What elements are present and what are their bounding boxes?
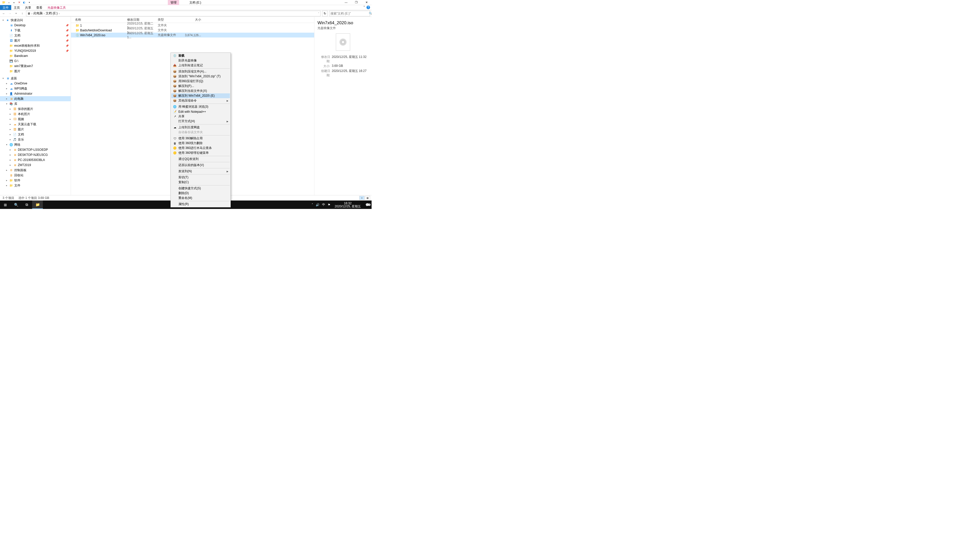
start-button[interactable]: ⊞ xyxy=(0,200,11,209)
menu-item[interactable]: 📤上传到有道云笔记 xyxy=(171,63,230,68)
file-row[interactable]: 📁12020/12/15, 星期二 1...文件夹 xyxy=(71,23,314,28)
expand-icon[interactable]: ▾ xyxy=(6,143,9,146)
crumb-current[interactable]: 文档 (E:) xyxy=(46,11,58,16)
address-bar[interactable]: 🖥 › 此电脑 › 文档 (E:) › ˅ xyxy=(26,11,321,16)
expand-icon[interactable]: ▸ xyxy=(10,159,13,161)
expand-icon[interactable]: ▸ xyxy=(10,118,13,121)
expand-icon[interactable]: ▸ xyxy=(6,92,9,95)
tree-item[interactable]: ▸👤Administrator xyxy=(0,91,71,96)
expand-icon[interactable]: ▸ xyxy=(6,184,9,187)
menu-item[interactable]: 剪切(T) xyxy=(171,175,230,180)
menu-item[interactable]: 复制(C) xyxy=(171,180,230,185)
expand-icon[interactable]: ▸ xyxy=(10,164,13,166)
search-icon[interactable]: 🔍 xyxy=(369,12,372,15)
tree-item[interactable]: ▸🖥DESKTOP-NJEU3CG xyxy=(0,152,71,157)
menu-item[interactable]: ↗共享 xyxy=(171,114,230,119)
menu-item[interactable]: 🌐用 蜂蜜浏览器 浏览(3) xyxy=(171,104,230,109)
menu-item[interactable]: 📦解压到当前文件夹(X) xyxy=(171,89,230,94)
col-size[interactable]: 大小 xyxy=(183,17,204,22)
expand-icon[interactable]: ▾ xyxy=(3,77,6,79)
tree-item[interactable]: 📁excel表格制作求和📌 xyxy=(0,43,71,48)
search-button[interactable]: 🔍 xyxy=(11,200,21,209)
action-center-icon[interactable]: 💬3 xyxy=(363,203,372,206)
col-type[interactable]: 类型 xyxy=(158,17,183,22)
menu-item[interactable]: 删除(D) xyxy=(171,191,230,196)
contextual-tab[interactable]: 管理 xyxy=(168,0,179,5)
tree-item[interactable]: ▸🖼本机照片 xyxy=(0,111,71,117)
tree-item[interactable]: 📁win7重装win7 xyxy=(0,64,71,68)
ime-indicator[interactable]: 中 xyxy=(322,203,325,207)
tree-item[interactable]: ▸⚙控制面板 xyxy=(0,168,71,173)
menu-item[interactable]: 🗑使用 360强力删除 xyxy=(171,141,230,146)
expand-icon[interactable]: ▸ xyxy=(6,169,9,171)
expand-icon[interactable]: ▸ xyxy=(10,148,13,151)
property-icon[interactable]: ◐ xyxy=(22,1,26,4)
menu-item[interactable]: 📦解压到(F)... xyxy=(171,84,230,89)
maximize-button[interactable]: ❐ xyxy=(351,0,361,5)
explorer-taskbar-icon[interactable]: 📁 xyxy=(32,200,43,209)
tab-home[interactable]: 主页 xyxy=(11,5,22,10)
expand-icon[interactable]: ▸ xyxy=(10,123,13,125)
tree-item[interactable]: ▸📁文件 xyxy=(0,183,71,188)
menu-item[interactable]: 📦用360压缩打开(Q) xyxy=(171,79,230,84)
tab-view[interactable]: 查看 xyxy=(34,5,45,10)
tree-item[interactable]: ▸🖼保存的图片 xyxy=(0,106,71,111)
clock[interactable]: 16:32 2020/12/25, 星期五 xyxy=(332,202,363,208)
expand-icon[interactable]: ▸ xyxy=(6,87,9,90)
tree-item[interactable]: ▸🖼图片 xyxy=(0,127,71,132)
file-row[interactable]: 💿Win7x64_2020.iso2020/12/25, 星期五 1...光盘映… xyxy=(71,33,314,38)
menu-item[interactable]: 💿装载 xyxy=(171,53,230,58)
search-box[interactable]: 🔍 xyxy=(329,11,370,16)
expand-icon[interactable]: ▸ xyxy=(10,113,13,115)
tree-item[interactable]: ▸🎵音乐 xyxy=(0,137,71,142)
col-name[interactable]: 名称 xyxy=(71,17,127,22)
tray-icon[interactable]: ⚑ xyxy=(328,203,331,206)
menu-item[interactable]: 发送到(N)▶ xyxy=(171,169,230,174)
menu-item[interactable]: ☁上传到百度网盘 xyxy=(171,125,230,130)
qat-item[interactable]: ▪ xyxy=(12,1,16,4)
expand-icon[interactable]: ▸ xyxy=(10,128,13,130)
tree-item[interactable]: ▾🌐网络 xyxy=(0,142,71,147)
tree-item[interactable]: ▾📚库 xyxy=(0,101,71,106)
tree-item[interactable]: ▸🎞视频 xyxy=(0,117,71,122)
expand-icon[interactable]: ▸ xyxy=(6,179,9,182)
tree-item[interactable]: ▸🖥此电脑 xyxy=(0,96,71,101)
forward-button[interactable]: → xyxy=(8,12,12,15)
menu-item[interactable]: 📦解压到 Win7x64_2020\ (E) xyxy=(171,94,230,98)
chevron-right-icon[interactable]: › xyxy=(32,12,32,15)
icons-view-button[interactable]: ▦ xyxy=(365,196,370,200)
tree-item[interactable]: ▸☁天翼云盘下载 xyxy=(0,122,71,127)
address-dropdown-icon[interactable]: ˅ xyxy=(318,12,319,15)
menu-item[interactable]: 🛡使用 360解除占用 xyxy=(171,136,230,141)
tree-item[interactable]: 📁图片 xyxy=(0,68,71,74)
tab-file[interactable]: 文件 xyxy=(0,5,11,10)
tab-share[interactable]: 共享 xyxy=(22,5,34,10)
menu-item[interactable]: 刻录光盘映像 xyxy=(171,58,230,63)
expand-icon[interactable]: ▸ xyxy=(10,108,13,110)
tree-item[interactable]: ▸🖥PC-20190530OBLA xyxy=(0,157,71,162)
expand-icon[interactable]: ▸ xyxy=(6,82,9,85)
close-icon[interactable]: ✕ xyxy=(18,1,21,4)
menu-item[interactable]: 创建快捷方式(S) xyxy=(171,186,230,191)
navigation-tree[interactable]: ▾★快速访问🖥Desktop📌⬇下载📌📄文档📌🖼图片📌📁excel表格制作求和📌… xyxy=(0,17,71,195)
tree-item[interactable]: ▸☁OneDrive xyxy=(0,81,71,86)
menu-item[interactable]: 🟡使用 360管理右键菜单 xyxy=(171,151,230,156)
tree-item[interactable]: ▾🖥桌面 xyxy=(0,76,71,81)
tree-item[interactable]: 📁YUNQISHI2019📌 xyxy=(0,48,71,53)
minimize-button[interactable]: — xyxy=(341,0,351,5)
file-row[interactable]: 📁BaiduNetdiskDownload2020/12/25, 星期五 1..… xyxy=(71,28,314,33)
tree-item[interactable]: 📄文档📌 xyxy=(0,33,71,38)
tree-item[interactable]: ▸🖥DESKTOP-LSSOEDP xyxy=(0,147,71,152)
menu-item[interactable]: 📝Edit with Notepad++ xyxy=(171,109,230,114)
tree-item[interactable]: ⬇下载📌 xyxy=(0,28,71,33)
task-view-button[interactable]: ⧉ xyxy=(21,200,32,209)
tree-item[interactable]: ▸📄文档 xyxy=(0,132,71,137)
back-button[interactable]: ← xyxy=(2,12,6,15)
menu-item[interactable]: 📦添加到 "Win7x64_2020.zip" (T) xyxy=(171,74,230,79)
tree-item[interactable]: ▾★快速访问 xyxy=(0,17,71,23)
tray-overflow-icon[interactable]: ˄ xyxy=(312,203,313,206)
expand-icon[interactable]: ▾ xyxy=(6,103,9,105)
menu-item[interactable]: 重命名(M) xyxy=(171,196,230,200)
qat-dropdown-icon[interactable]: ▾ xyxy=(27,1,31,4)
menu-item[interactable]: 通过QQ发送到 xyxy=(171,157,230,162)
